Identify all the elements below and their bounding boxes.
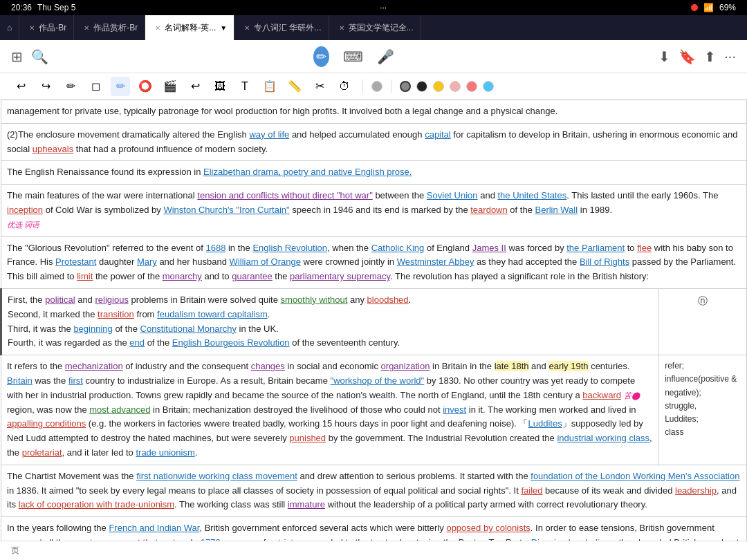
table-row: The Chartist Movement was the first nati… bbox=[1, 465, 747, 516]
toolbar-center: ✏ ⌨ 🎤 bbox=[313, 46, 394, 67]
tab-home[interactable]: ⌂ bbox=[0, 15, 19, 40]
para-7-side: refer; influence(positive & negative); s… bbox=[659, 355, 747, 465]
document-table: management for private use, typically pa… bbox=[0, 100, 747, 541]
para-8: The Chartist Movement was the first nati… bbox=[1, 465, 747, 516]
para-6-line3: Third, it was the beginning of the Const… bbox=[8, 322, 653, 337]
para-4-text: The main features of the war were intern… bbox=[7, 190, 718, 215]
side-note-7: refer; influence(positive & negative); s… bbox=[665, 360, 741, 439]
para-7: It refers to the mechanization of indust… bbox=[1, 355, 659, 465]
annotation-1: 优选 词语 bbox=[7, 221, 39, 229]
tab-3-arrow: ▼ bbox=[220, 24, 227, 32]
search-icon[interactable]: 🔍 bbox=[31, 48, 48, 65]
tab-2[interactable]: ✕ 作品赏析-Br bbox=[74, 15, 145, 40]
tab-1-close[interactable]: ✕ bbox=[29, 24, 35, 32]
main-toolbar: ⊞ 🔍 ✏ ⌨ 🎤 ⬇ 🔖 ⬆ ··· bbox=[0, 40, 747, 73]
table-row: The "Glorious Revolution" referred to th… bbox=[1, 236, 747, 288]
separator-2 bbox=[391, 80, 391, 93]
para-1: management for private use, typically pa… bbox=[1, 100, 747, 124]
color-red[interactable] bbox=[466, 81, 477, 92]
text-icon[interactable]: T bbox=[235, 77, 255, 96]
grid-icon[interactable]: ⊞ bbox=[11, 48, 23, 65]
tab-bar: ⌂ ✕ 作品-Br ✕ 作品赏析-Br ✕ 名词解释-英... ▼ ✕ 专八词汇… bbox=[0, 15, 747, 40]
table-row: The main features of the war were intern… bbox=[1, 185, 747, 236]
para-1-text: management for private use, typically pa… bbox=[7, 106, 557, 116]
timer-icon[interactable]: ⏱ bbox=[335, 77, 354, 96]
toolbar-left: ⊞ 🔍 bbox=[11, 48, 48, 65]
para-6: First, the political and religious probl… bbox=[1, 288, 659, 355]
home-icon: ⌂ bbox=[7, 23, 12, 32]
record-indicator bbox=[691, 4, 698, 11]
para-9-text: In the years following the French and In… bbox=[7, 523, 739, 541]
para-7-text: It refers to the mechanization of indust… bbox=[7, 361, 652, 458]
table-row: The English Renaissance found its expres… bbox=[1, 161, 747, 185]
para-4: The main features of the war were intern… bbox=[1, 185, 747, 236]
color-yellow[interactable] bbox=[433, 81, 444, 92]
status-bar: 20:36 Thu Sep 5 ··· 📶 69% bbox=[0, 0, 747, 15]
color-blue[interactable] bbox=[483, 81, 494, 92]
eraser-icon[interactable]: ◻ bbox=[86, 77, 105, 96]
undo-icon[interactable]: ↩ bbox=[11, 77, 30, 96]
table-row: In the years following the French and In… bbox=[1, 517, 747, 541]
tab-2-label: 作品赏析-Br bbox=[93, 22, 138, 34]
image-icon[interactable]: 🖼 bbox=[210, 77, 230, 96]
time: 20:36 bbox=[11, 3, 32, 12]
scissors-icon[interactable]: ✂ bbox=[310, 77, 329, 96]
ruler-icon[interactable]: 📏 bbox=[285, 77, 304, 96]
tab-2-close[interactable]: ✕ bbox=[84, 24, 89, 32]
color-pink[interactable] bbox=[450, 81, 461, 92]
para-2-text: (2)The enclosure movement dramatically a… bbox=[7, 129, 738, 154]
share-icon[interactable]: ⬆ bbox=[704, 48, 716, 65]
table-row: It refers to the mechanization of indust… bbox=[1, 355, 747, 465]
tab-4-close[interactable]: ✕ bbox=[244, 24, 250, 32]
redo-icon[interactable]: ↪ bbox=[36, 77, 55, 96]
table-row: (2)The enclosure movement dramatically a… bbox=[1, 123, 747, 161]
toolbar-right: ⬇ 🔖 ⬆ ··· bbox=[658, 48, 736, 65]
status-center: ··· bbox=[380, 3, 387, 12]
color-black[interactable] bbox=[416, 81, 427, 92]
download-icon[interactable]: ⬇ bbox=[658, 48, 670, 65]
drawing-toolbar: ↩ ↪ ✏ ◻ ✏ ⭕ 🎬 ↩ 🖼 T 📋 📏 ✂ ⏱ bbox=[0, 73, 747, 100]
mic-icon[interactable]: 🎤 bbox=[377, 48, 394, 65]
tab-5-label: 英国文学笔记全... bbox=[349, 22, 414, 34]
tab-4[interactable]: ✕ 专八词汇 华研外... bbox=[234, 15, 329, 40]
highlight-icon[interactable]: ✏ bbox=[111, 77, 130, 96]
color-gray[interactable] bbox=[371, 81, 382, 92]
bottom-bar: 页 bbox=[0, 541, 747, 560]
tab-5-close[interactable]: ✕ bbox=[339, 24, 344, 32]
dots: ··· bbox=[380, 3, 387, 12]
para-9: In the years following the French and In… bbox=[1, 517, 747, 541]
main-content: management for private use, typically pa… bbox=[0, 100, 747, 541]
para-3-text: The English Renaissance found its expres… bbox=[7, 167, 412, 177]
para-8-text: The Chartist Movement was the first nati… bbox=[7, 471, 739, 510]
edit-pen-icon[interactable]: ✏ bbox=[313, 46, 329, 67]
para-2: (2)The enclosure movement dramatically a… bbox=[1, 123, 747, 161]
more-icon[interactable]: ··· bbox=[724, 48, 736, 64]
para-6-line2: Second, it marked the transition from fe… bbox=[8, 308, 653, 322]
tab-1[interactable]: ✕ 作品-Br bbox=[19, 15, 74, 40]
table-row: management for private use, typically pa… bbox=[1, 100, 747, 124]
status-right: 📶 69% bbox=[691, 3, 736, 12]
para-6-side: ⓝ bbox=[659, 288, 747, 355]
circle-icon[interactable]: ⭕ bbox=[136, 77, 155, 96]
page-info: 页 bbox=[11, 545, 19, 557]
color-dark-gray[interactable] bbox=[400, 81, 411, 92]
tab-4-label: 专八词汇 华研外... bbox=[254, 22, 321, 34]
para-5: The "Glorious Revolution" referred to th… bbox=[1, 236, 747, 288]
table-row: First, the political and religious probl… bbox=[1, 288, 747, 355]
para-3: The English Renaissance found its expres… bbox=[1, 161, 747, 185]
paste-icon[interactable]: 📋 bbox=[260, 77, 279, 96]
separator-1 bbox=[362, 80, 363, 93]
tab-3[interactable]: ✕ 名词解释-英... ▼ bbox=[145, 15, 234, 40]
keyboard-icon[interactable]: ⌨ bbox=[343, 48, 363, 65]
video-icon[interactable]: 🎬 bbox=[160, 77, 180, 96]
para-6-line4: Fourth, it was regarded as the end of th… bbox=[8, 336, 653, 351]
bookmark-icon[interactable]: 🔖 bbox=[679, 48, 696, 65]
tab-3-close[interactable]: ✕ bbox=[155, 24, 160, 32]
pencil-icon[interactable]: ✏ bbox=[61, 77, 80, 96]
shape-icon[interactable]: ↩ bbox=[185, 77, 205, 96]
tab-1-label: 作品-Br bbox=[39, 22, 66, 34]
tab-5[interactable]: ✕ 英国文学笔记全... bbox=[329, 15, 421, 40]
para-6-line1: First, the political and religious probl… bbox=[8, 293, 653, 308]
status-left: 20:36 Thu Sep 5 bbox=[11, 3, 75, 12]
wifi-icon: 📶 bbox=[703, 3, 714, 12]
